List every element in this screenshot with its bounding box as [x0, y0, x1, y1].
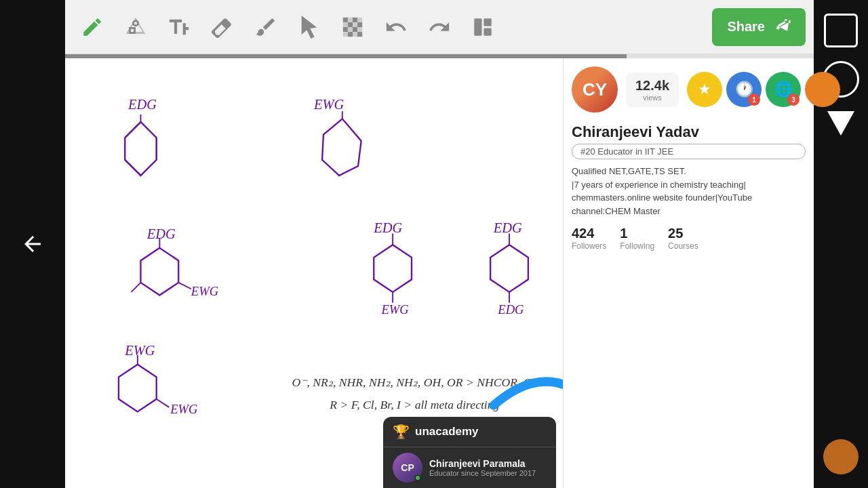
educator-bio: Qualified NET,GATE,TS SET. |7 years of e…: [572, 165, 806, 218]
notification-icon: 🏆: [393, 424, 410, 440]
educator-name: Chiranjeevi Yadav: [572, 123, 806, 141]
notification-overlay: 🏆 unacademy CP Chiranjeevi Paramala Educ…: [383, 417, 556, 488]
svg-rect-14: [343, 32, 348, 37]
stats-row: 424 Followers 1 Following 25 Courses: [572, 226, 806, 251]
notification-educator-info: Chiranjeevi Paramala Educator since Sept…: [429, 458, 536, 477]
svg-rect-8: [353, 22, 357, 26]
svg-marker-42: [490, 245, 528, 292]
orange-badge: [805, 72, 840, 107]
svg-rect-7: [348, 22, 353, 26]
square-icon: [824, 14, 858, 47]
main-content-area: Share EDG EWG: [65, 0, 814, 488]
svg-line-23: [125, 122, 140, 138]
svg-rect-18: [474, 18, 481, 36]
badges-row: ★ 🕐 1 🌐 3: [687, 72, 840, 107]
svg-text:EDG: EDG: [146, 226, 176, 241]
svg-rect-19: [484, 18, 491, 26]
checkerboard-tool-button[interactable]: [334, 8, 372, 46]
notification-avatar-initials: CP: [401, 462, 414, 473]
svg-rect-2: [343, 17, 348, 22]
svg-rect-9: [357, 22, 362, 26]
svg-marker-31: [140, 248, 178, 296]
back-triangle-icon[interactable]: [827, 111, 854, 136]
svg-rect-12: [353, 27, 357, 32]
following-label: Following: [620, 241, 654, 251]
svg-line-49: [157, 399, 170, 407]
profile-avatar: CY: [572, 66, 618, 113]
svg-line-24: [125, 160, 140, 176]
badge-count-3: 3: [787, 94, 800, 106]
blue-badge: 🕐 1: [726, 72, 762, 107]
online-indicator: [414, 474, 421, 481]
svg-text:EWG: EWG: [380, 302, 409, 317]
shape-tool-button[interactable]: [117, 8, 155, 46]
share-button[interactable]: Share: [712, 8, 806, 46]
bio-text: Qualified NET,GATE,TS SET. |7 years of e…: [572, 166, 752, 216]
svg-text:R > F, Cl, Br, I > all meta di: R > F, Cl, Br, I > all meta directing: [329, 398, 499, 411]
svg-text:EWG: EWG: [191, 284, 219, 298]
stat-followers: 424 Followers: [572, 226, 606, 251]
stat-following: 1 Following: [620, 226, 654, 251]
svg-rect-11: [348, 27, 353, 32]
svg-marker-22: [125, 122, 156, 176]
pencil-tool-button[interactable]: [73, 8, 111, 46]
text-tool-button[interactable]: [160, 8, 198, 46]
svg-marker-47: [119, 365, 157, 412]
svg-rect-13: [357, 27, 362, 32]
badge-count-1: 1: [748, 94, 760, 106]
followers-label: Followers: [572, 241, 606, 251]
left-navigation-bar: [0, 0, 65, 488]
svg-rect-1: [130, 28, 135, 33]
back-button[interactable]: [12, 224, 53, 264]
brush-tool-button[interactable]: [247, 8, 285, 46]
layout-tool-button[interactable]: [464, 8, 502, 46]
svg-text:EWG: EWG: [170, 402, 198, 416]
svg-text:EDG: EDG: [127, 97, 157, 112]
star-badge: ★: [687, 72, 722, 107]
svg-marker-37: [374, 245, 412, 292]
cursor-tool-button[interactable]: [290, 8, 328, 46]
redo-button[interactable]: [420, 8, 458, 46]
svg-rect-4: [353, 17, 357, 22]
profile-header: CY 12.4k views ★ 🕐 1 🌐 3: [572, 66, 806, 113]
svg-rect-6: [343, 22, 348, 26]
svg-text:EDG: EDG: [373, 220, 402, 235]
views-box: 12.4k views: [626, 73, 679, 107]
notification-avatar: CP: [393, 453, 422, 483]
drawing-panel[interactable]: EDG EWG EDG: [65, 58, 563, 488]
following-number: 1: [620, 226, 654, 241]
svg-line-33: [132, 283, 141, 292]
svg-text:EDG: EDG: [497, 302, 524, 317]
views-label: views: [635, 94, 669, 102]
toolbar: Share: [65, 0, 814, 54]
svg-text:EWG: EWG: [313, 97, 344, 112]
educator-rank-badge: #20 Educator in IIT JEE: [572, 144, 806, 159]
svg-rect-17: [357, 32, 362, 37]
canvas-area: EDG EWG EDG: [65, 58, 814, 488]
svg-rect-5: [357, 17, 362, 22]
svg-rect-3: [348, 17, 353, 22]
star-icon: ★: [698, 81, 711, 98]
courses-label: Courses: [668, 241, 698, 251]
courses-number: 25: [668, 226, 698, 241]
undo-button[interactable]: [377, 8, 415, 46]
svg-rect-10: [343, 27, 348, 32]
right-sidebar: CY 12.4k views ★ 🕐 1 🌐 3: [563, 58, 814, 488]
svg-rect-16: [353, 32, 357, 37]
avatar-initials: CY: [583, 79, 607, 100]
svg-text:EDG: EDG: [493, 220, 522, 235]
share-label: Share: [727, 19, 765, 35]
views-number: 12.4k: [635, 78, 669, 94]
notification-educator-name: Chiranjeevi Paramala: [429, 458, 536, 469]
svg-rect-20: [484, 28, 491, 35]
notification-brand: unacademy: [415, 425, 479, 439]
svg-marker-28: [322, 119, 361, 176]
eraser-tool-button[interactable]: [203, 8, 241, 46]
notification-educator-since: Educator since September 2017: [429, 469, 536, 477]
orange-indicator: [823, 439, 859, 474]
green-badge: 🌐 3: [766, 72, 801, 107]
svg-point-0: [133, 20, 138, 25]
followers-number: 424: [572, 226, 606, 241]
svg-line-34: [178, 283, 191, 289]
svg-text:EWG: EWG: [124, 343, 155, 358]
